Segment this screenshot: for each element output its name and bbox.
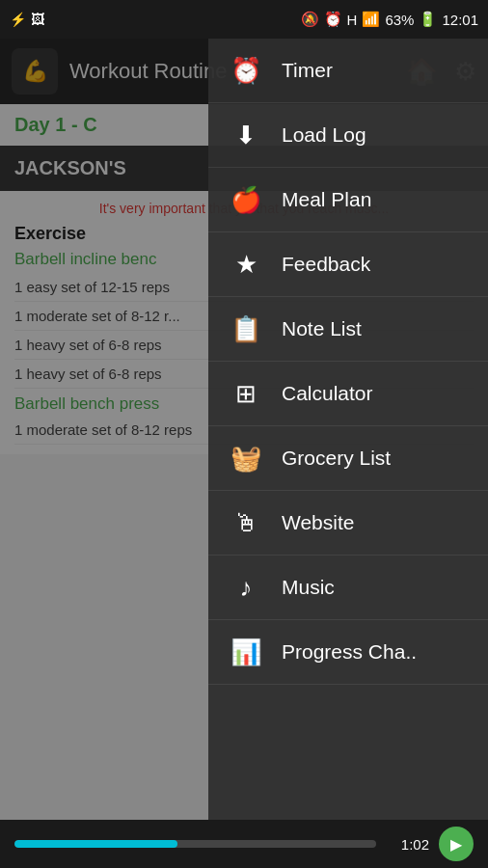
calculator-icon: ⊞ (228, 375, 264, 412)
menu-item-progress-chart[interactable]: 📊Progress Cha.. (208, 620, 488, 685)
time-display: 1:02 (386, 836, 429, 853)
music-icon: ♪ (228, 569, 264, 606)
meal-plan-icon: 🍎 (228, 181, 264, 218)
progress-bar-fill (14, 840, 177, 848)
note-list-icon: 📋 (228, 311, 264, 347)
status-right-icons: 🔕 ⏰ H 📶 63% 🔋 12:01 (301, 11, 478, 28)
bottom-bar: 1:02 ▶ (0, 820, 488, 868)
feedback-icon: ★ (228, 246, 264, 283)
progress-chart-icon: 📊 (228, 634, 264, 670)
mute-icon: 🔕 (301, 11, 319, 28)
grocery-list-icon: 🧺 (228, 440, 264, 476)
menu-item-feedback[interactable]: ★Feedback (208, 232, 488, 297)
timer-icon: ⏰ (228, 52, 264, 89)
menu-label-feedback: Feedback (282, 253, 370, 276)
menu-label-load-log: Load Log (282, 123, 366, 147)
usb-icon: ⚡ (10, 12, 26, 27)
play-button[interactable]: ▶ (439, 827, 474, 861)
signal-icon: 📶 (362, 11, 380, 28)
menu-item-note-list[interactable]: 📋Note List (208, 297, 488, 362)
battery-icon: 🔋 (419, 11, 437, 28)
menu-label-timer: Timer (282, 59, 333, 82)
status-left-icons: ⚡ 🖼 (10, 12, 44, 27)
menu-item-calculator[interactable]: ⊞Calculator (208, 362, 488, 426)
menu-label-music: Music (282, 576, 335, 599)
menu-item-website[interactable]: 🖱Website (208, 491, 488, 556)
menu-item-load-log[interactable]: ⬇Load Log (208, 103, 488, 168)
status-bar: ⚡ 🖼 🔕 ⏰ H 📶 63% 🔋 12:01 (0, 0, 488, 39)
website-icon: 🖱 (228, 504, 264, 541)
alarm-icon: ⏰ (324, 11, 342, 28)
dropdown-menu: ⏰Timer⬇Load Log🍎Meal Plan★Feedback📋Note … (208, 39, 488, 820)
dim-overlay (0, 39, 208, 820)
menu-label-grocery-list: Grocery List (282, 447, 391, 470)
clock-time: 12:01 (442, 12, 478, 28)
progress-bar-container (14, 840, 376, 848)
menu-item-meal-plan[interactable]: 🍎Meal Plan (208, 168, 488, 232)
menu-item-grocery-list[interactable]: 🧺Grocery List (208, 426, 488, 491)
menu-item-music[interactable]: ♪Music (208, 556, 488, 620)
image-icon: 🖼 (31, 12, 44, 27)
load-log-icon: ⬇ (228, 117, 264, 153)
network-h-icon: H (347, 12, 358, 28)
menu-item-timer[interactable]: ⏰Timer (208, 39, 488, 103)
menu-label-meal-plan: Meal Plan (282, 188, 371, 211)
menu-label-progress-chart: Progress Cha.. (282, 640, 417, 664)
menu-label-website: Website (282, 511, 354, 534)
menu-label-calculator: Calculator (282, 382, 373, 405)
menu-label-note-list: Note List (282, 317, 362, 340)
battery-percent: 63% (385, 12, 414, 28)
